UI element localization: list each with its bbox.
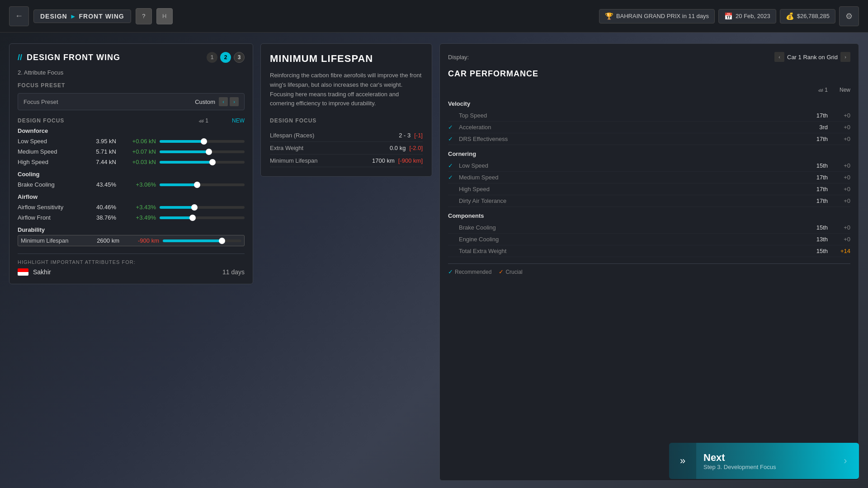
slider-airflowfront[interactable] (160, 216, 245, 219)
preset-prev-button[interactable]: ‹ (219, 97, 228, 106)
perf-row-topspeed: Top Speed 17th +0 (448, 110, 850, 122)
next-title: Next (703, 452, 825, 464)
perf-change-extra-weight: +14 (828, 248, 850, 254)
perf-change-brake-cool: +0 (828, 224, 850, 231)
info-sub-header: DESIGN FOCUS (270, 117, 423, 124)
attr-value-brakecooling: 43.45% (85, 181, 116, 188)
section-components: Components (448, 212, 850, 219)
perf-rank-drs: 17th (805, 136, 828, 142)
legend-crucial-text: Crucial (505, 269, 522, 275)
focus-preset-label: Focus Preset (24, 99, 195, 105)
breadcrumb-separator: ► (70, 13, 76, 20)
display-prev-button[interactable]: ‹ (774, 52, 784, 62)
info-attr-extraweight: Extra Weight 0.0 kg [-2.0] (270, 142, 423, 155)
info-attr-name-lifespan: Lifespan (Races) (270, 132, 399, 139)
date-badge: 📅 20 Feb, 2023 (718, 9, 776, 23)
title-slashes: // (18, 53, 22, 62)
slider-medspeed[interactable] (160, 150, 245, 153)
help-button[interactable]: ? (136, 8, 152, 24)
attr-value-minlifespan: 2600 km (88, 237, 119, 244)
attr-value-medspeed: 5.71 kN (85, 148, 116, 155)
perf-name-engine-cool: Engine Cooling (457, 236, 805, 243)
attr-name-medspeed: Medium Speed (18, 148, 81, 155)
attr-row-minlifespan: Minimum Lifespan 2600 km -900 km (18, 235, 245, 246)
settings-button[interactable]: ⚙ (839, 6, 859, 26)
slider-airflowsens[interactable] (160, 206, 245, 209)
attr-change-medspeed: +0.07 kN (120, 148, 156, 155)
preset-next-button[interactable]: › (230, 97, 239, 106)
perf-change-accel: +0 (828, 124, 850, 131)
info-card-title: MINIMUM LIFESPAN (270, 53, 423, 65)
perf-row-corner-med: ✓ Medium Speed 17th +0 (448, 172, 850, 183)
section-velocity: Velocity (448, 100, 850, 107)
legend-check-crucial: ✓ (499, 268, 504, 275)
info-attr-change-extraweight: [-2.0] (409, 145, 423, 151)
highlight-section: HIGHLIGHT IMPORTANT ATTRIBUTES FOR: Sakh… (18, 253, 245, 276)
step-2[interactable]: 2 (220, 52, 231, 63)
back-button[interactable]: ← (9, 6, 29, 26)
design-focus-title: DESIGN FOCUS (18, 117, 64, 124)
attr-change-lowspeed: +0.06 kN (120, 138, 156, 145)
step-3[interactable]: 3 (234, 52, 245, 63)
highlight-location: Sakhir (33, 268, 218, 276)
car-perf-title: CAR PERFORMANCE (448, 69, 850, 79)
middle-panel: MINIMUM LIFESPAN Reinforcing the carbon … (260, 43, 432, 481)
money-badge: 💰 $26,788,285 (780, 9, 835, 23)
next-text: Next Step 3. Development Focus (696, 452, 832, 470)
panel-steps: 1 2 3 (207, 52, 245, 63)
topbar: ← DESIGN ► FRONT WING ? H 🏆 BAHRAIN GRAN… (0, 0, 868, 33)
legend-row: ✓ Recommended ✓ Crucial (448, 263, 850, 275)
attr-change-airflowfront: +3.49% (120, 214, 156, 221)
attr-change-brakecooling: +3.06% (120, 181, 156, 188)
slider-lowspeed[interactable] (160, 140, 245, 143)
perf-rank-dirty-air: 17th (805, 197, 828, 204)
info-attr-minlifespan: Minimum Lifespan 1700 km [-900 km] (270, 155, 423, 167)
attr-change-minlifespan: -900 km (123, 237, 159, 244)
attr-change-highspeed: +0.03 kN (120, 159, 156, 165)
next-button[interactable]: » Next Step 3. Development Focus › (669, 443, 859, 479)
perf-header-car1: 🏎 1 (805, 87, 828, 93)
slider-minlifespan[interactable] (163, 239, 241, 242)
attr-row-medspeed: Medium Speed 5.71 kN +0.07 kN (18, 146, 245, 157)
bahrain-flag-icon (18, 268, 28, 276)
slider-highspeed[interactable] (160, 161, 245, 164)
panel-title-text: DESIGN FRONT WING (27, 53, 120, 62)
step-1[interactable]: 1 (207, 52, 217, 63)
perf-change-drs: +0 (828, 136, 850, 142)
next-subtitle: Step 3. Development Focus (703, 464, 825, 470)
info-card: MINIMUM LIFESPAN Reinforcing the carbon … (260, 43, 432, 177)
perf-rank-corner-high: 17th (805, 186, 828, 192)
check-accel: ✓ (448, 124, 457, 131)
attr-change-airflowsens: +3.43% (120, 204, 156, 211)
section-cornering: Cornering (448, 150, 850, 157)
hotkey-button[interactable]: H (156, 8, 173, 24)
perf-name-extra-weight: Total Extra Weight (457, 248, 805, 254)
perf-row-brake-cool: Brake Cooling 15th +0 (448, 222, 850, 234)
topbar-right: 🏆 BAHRAIN GRAND PRIX in 11 days 📅 20 Feb… (599, 6, 859, 26)
legend-crucial: ✓ Crucial (499, 268, 522, 275)
perf-name-corner-high: High Speed (457, 186, 805, 192)
info-attr-change-lifespan: [-1] (414, 132, 423, 139)
df-col1-header: 🏎 1 (181, 117, 208, 124)
step-label: 2. Attribute Focus (18, 69, 245, 76)
attr-row-brakecooling: Brake Cooling 43.45% +3.06% (18, 179, 245, 190)
perf-rank-corner-low: 15th (805, 162, 828, 169)
slider-brakecooling[interactable] (160, 183, 245, 186)
perf-name-corner-med: Medium Speed (457, 174, 805, 181)
breadcrumb: DESIGN ► FRONT WING (33, 9, 131, 23)
attr-row-lowspeed: Low Speed 3.95 kN +0.06 kN (18, 136, 245, 146)
money-text: $26,788,285 (797, 13, 830, 19)
legend-recommended: ✓ Recommended (448, 268, 491, 275)
attr-name-highspeed: High Speed (18, 159, 81, 165)
df-col2-header: NEW (208, 117, 245, 124)
highlight-days: 11 days (222, 268, 245, 276)
breadcrumb-wing: FRONT WING (79, 13, 124, 20)
perf-row-drs: ✓ DRS Effectiveness 17th +0 (448, 133, 850, 145)
display-next-button[interactable]: › (840, 52, 850, 62)
attr-name-airflowsens: Airflow Sensitivity (18, 204, 81, 211)
perf-rank-corner-med: 17th (805, 174, 828, 181)
preset-nav: ‹ › (219, 97, 239, 106)
check-corner-low: ✓ (448, 162, 457, 169)
perf-change-corner-low: +0 (828, 162, 850, 169)
perf-name-drs: DRS Effectiveness (457, 136, 805, 142)
